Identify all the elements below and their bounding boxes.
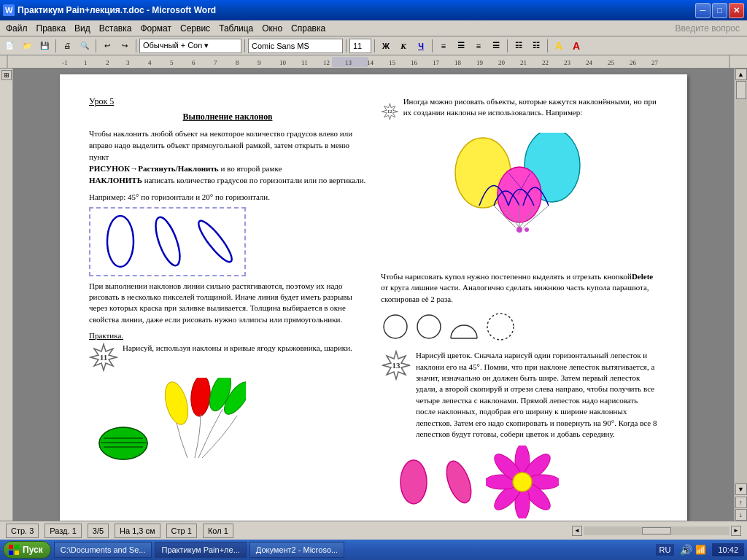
- taskbar-tray: RU 🔊 📶 10:42: [656, 543, 744, 556]
- language-indicator[interactable]: RU: [656, 544, 675, 556]
- page-columns: Урок 5 Выполнение наклонов Чтобы наклони…: [89, 96, 658, 518]
- svg-text:23: 23: [564, 59, 571, 66]
- svg-text:6: 6: [192, 59, 196, 66]
- italic-button[interactable]: К: [395, 38, 411, 54]
- h-scroll-thumb[interactable]: [642, 527, 671, 534]
- font-selector[interactable]: Comic Sans MS: [248, 39, 343, 53]
- separator4: [244, 39, 245, 52]
- parachute-area: [381, 133, 658, 264]
- bold-button[interactable]: Ж: [378, 38, 394, 54]
- document-page: Урок 5 Выполнение наклонов Чтобы наклони…: [60, 74, 687, 521]
- justify-button[interactable]: ☰: [488, 38, 504, 54]
- separator1: [55, 39, 56, 52]
- highlight-button[interactable]: A: [551, 38, 567, 54]
- undo-button[interactable]: ↩: [99, 38, 115, 54]
- ruler-svg: -1 1 2 3 4 5 6 7 8 9 10 11 12 13 14 15 1…: [0, 55, 747, 69]
- dome-text: Чтобы нарисовать купол нужно постепенно …: [381, 271, 658, 305]
- help-search[interactable]: Введите вопрос: [670, 22, 746, 35]
- menu-help[interactable]: Справка: [287, 22, 330, 35]
- style-selector[interactable]: Обычный + Con ▾: [139, 39, 241, 53]
- ruler-toggle[interactable]: ⊞: [1, 70, 12, 80]
- section-info: Разд. 1: [44, 524, 81, 538]
- full-flower: [486, 446, 559, 518]
- balloons-svg: [158, 378, 246, 462]
- save-button[interactable]: 💾: [36, 38, 53, 54]
- menu-file[interactable]: Файл: [1, 22, 32, 35]
- svg-text:20: 20: [498, 59, 506, 66]
- horizontal-scrollbar: ◄ ►: [572, 526, 741, 536]
- separator5: [346, 39, 347, 52]
- scroll-right-button[interactable]: ►: [731, 526, 741, 536]
- practice-title: Практика.: [89, 331, 366, 340]
- document-container[interactable]: Урок 5 Выполнение наклонов Чтобы наклони…: [13, 69, 734, 521]
- circle2: [414, 312, 444, 341]
- scroll-left-button[interactable]: ◄: [572, 526, 582, 536]
- svg-point-35: [150, 214, 184, 268]
- ruler: -1 1 2 3 4 5 6 7 8 9 10 11 12 13 14 15 1…: [0, 55, 747, 69]
- example-text: Например: 45° по горизонтали и 20° по го…: [89, 192, 366, 201]
- align-center-button[interactable]: ☰: [453, 38, 469, 54]
- scroll-down-button[interactable]: ▼: [735, 483, 747, 495]
- close-button[interactable]: ✕: [729, 3, 744, 18]
- svg-text:19: 19: [476, 59, 484, 66]
- minimize-button[interactable]: ─: [695, 3, 711, 18]
- menu-format[interactable]: Формат: [136, 22, 176, 35]
- bullets-button[interactable]: ☷: [511, 38, 527, 54]
- taskbar-word2[interactable]: Документ2 - Microso...: [249, 542, 344, 558]
- align-left-button[interactable]: ≡: [436, 38, 452, 54]
- dotted-circle: [484, 311, 516, 343]
- menu-window[interactable]: Окно: [258, 22, 287, 35]
- app-icon: W: [3, 4, 15, 16]
- h-scroll-track: [584, 526, 729, 535]
- menu-view[interactable]: Вид: [70, 22, 95, 35]
- svg-text:12: 12: [323, 59, 330, 66]
- print-button[interactable]: 🖨: [59, 38, 75, 54]
- svg-text:27: 27: [651, 59, 659, 66]
- separator6: [374, 39, 375, 52]
- svg-point-59: [525, 228, 529, 232]
- window-title: Практикум Pain+лекция.т.doc - Microsoft …: [18, 5, 695, 15]
- scroll-up-button[interactable]: ▲: [735, 69, 747, 80]
- svg-text:12: 12: [387, 109, 392, 114]
- taskbar-explorer[interactable]: C:\Documents and Se...: [54, 542, 152, 558]
- maximize-button[interactable]: □: [712, 3, 727, 18]
- font-color-button[interactable]: A: [568, 38, 584, 54]
- svg-point-36: [197, 217, 233, 265]
- intro-text: Чтобы наклонить любой объект на некоторо…: [89, 128, 366, 187]
- ellipse-upright: [102, 212, 139, 271]
- svg-text:13: 13: [345, 59, 352, 66]
- taskbar-word1[interactable]: Практикум Pain+ле...: [155, 542, 246, 558]
- numbering-button[interactable]: ☷: [528, 38, 544, 54]
- svg-text:1: 1: [84, 59, 88, 66]
- left-column: Урок 5 Выполнение наклонов Чтобы наклони…: [89, 96, 366, 518]
- svg-text:17: 17: [433, 59, 440, 66]
- start-button[interactable]: Пуск: [3, 541, 51, 559]
- scroll-thumb[interactable]: [736, 81, 746, 99]
- underline-button[interactable]: Ч: [413, 38, 429, 54]
- redo-button[interactable]: ↪: [117, 38, 133, 54]
- align-right-button[interactable]: ≡: [471, 38, 487, 54]
- circles-row: [381, 311, 658, 343]
- svg-text:7: 7: [214, 59, 217, 66]
- scroll-next-page[interactable]: ↓: [735, 509, 747, 521]
- preview-button[interactable]: 🔍: [77, 38, 93, 54]
- flowers-row: [381, 446, 658, 518]
- dome-shape: [448, 312, 480, 341]
- menu-edit[interactable]: Правка: [32, 22, 71, 35]
- menu-table[interactable]: Таблица: [214, 22, 258, 35]
- svg-text:-1: -1: [62, 59, 68, 66]
- clock: 10:42: [712, 543, 744, 556]
- menu-service[interactable]: Сервис: [176, 22, 214, 35]
- separator2: [96, 39, 96, 52]
- menu-insert[interactable]: Вставка: [95, 22, 136, 35]
- font-size-selector[interactable]: 11: [349, 39, 371, 53]
- separator8: [507, 39, 508, 52]
- svg-point-68: [400, 460, 427, 504]
- scroll-prev-page[interactable]: ↑: [735, 497, 747, 508]
- svg-text:18: 18: [454, 59, 462, 66]
- new-button[interactable]: 📄: [1, 38, 18, 54]
- lesson-title: Урок 5: [89, 96, 366, 107]
- svg-point-34: [107, 216, 133, 267]
- open-button[interactable]: 📁: [19, 38, 35, 54]
- svg-rect-81: [9, 551, 13, 555]
